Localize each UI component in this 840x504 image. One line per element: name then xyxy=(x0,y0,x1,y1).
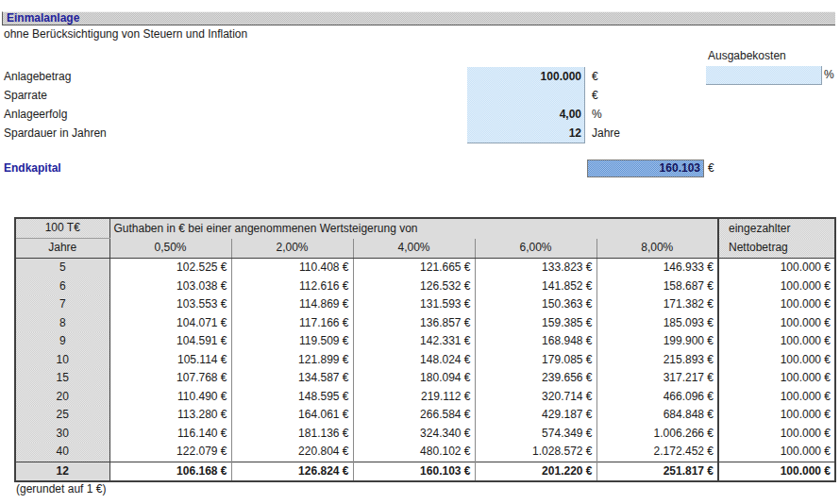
value-cell: 199.900 € xyxy=(596,332,718,351)
value-cell: 1.006.266 € xyxy=(596,425,718,444)
rate-header-cell: 6,00% xyxy=(475,239,596,259)
value-cell: 429.187 € xyxy=(475,406,596,425)
anlageerfolg-unit: % xyxy=(592,105,602,124)
year-cell: 9 xyxy=(15,332,109,351)
table-row: 25113.280 €164.061 €266.584 €429.187 €68… xyxy=(15,406,835,425)
year-cell: 5 xyxy=(15,259,109,277)
year-cell: 25 xyxy=(15,406,109,425)
year-cell: 40 xyxy=(15,443,109,462)
table-row: 30116.140 €181.136 €324.340 €574.349 €1.… xyxy=(15,425,835,444)
value-cell: 100.000 € xyxy=(718,369,835,388)
rate-header-cell: 8,00% xyxy=(596,239,718,259)
endkapital-value-cell[interactable]: 160.103 xyxy=(587,160,704,177)
table-row: 7103.553 €114.869 €131.593 €150.363 €171… xyxy=(15,295,835,314)
spreadsheet-page: { "header": { "title": "Einmalanlage", "… xyxy=(0,0,840,504)
value-cell: 574.349 € xyxy=(475,425,596,444)
net-header-cell-line2: Nettobetrag xyxy=(718,239,835,259)
value-cell: 266.584 € xyxy=(353,406,475,425)
endkapital-label: Endkapital xyxy=(4,159,61,177)
anlageerfolg-label: Anlageerfolg xyxy=(4,105,67,124)
value-cell: 251.817 € xyxy=(596,462,718,481)
year-cell: 10 xyxy=(15,351,109,370)
value-cell: 1.028.572 € xyxy=(475,443,596,462)
value-cell: 148.024 € xyxy=(353,351,475,370)
year-cell: 8 xyxy=(15,314,109,333)
rate-header-cell: 4,00% xyxy=(353,239,475,259)
value-cell: 181.136 € xyxy=(231,425,353,444)
value-cell: 106.168 € xyxy=(109,462,231,481)
table-row: 6103.038 €112.616 €126.532 €141.852 €158… xyxy=(15,277,835,296)
ausgabekosten-unit: % xyxy=(824,66,834,84)
value-cell: 180.094 € xyxy=(353,369,475,388)
span-header-cell: Guthaben in € bei einer angenommenen Wer… xyxy=(109,218,718,239)
table-header-row-1: 100 T€ Guthaben in € bei einer angenomme… xyxy=(15,218,835,239)
value-cell: 220.804 € xyxy=(231,443,353,462)
value-cell: 119.509 € xyxy=(231,332,353,351)
value-cell: 185.093 € xyxy=(596,314,718,333)
value-cell: 126.532 € xyxy=(353,277,475,296)
sparrate-unit: € xyxy=(592,86,598,105)
table-row: 10105.114 €121.899 €148.024 €179.085 €21… xyxy=(15,351,835,370)
value-cell: 171.382 € xyxy=(596,295,718,314)
value-cell: 131.593 € xyxy=(353,295,475,314)
value-cell: 141.852 € xyxy=(475,277,596,296)
year-cell: 6 xyxy=(15,277,109,296)
value-cell: 324.340 € xyxy=(353,425,475,444)
spardauer-unit: Jahre xyxy=(592,124,620,143)
table-row: 40122.079 €220.804 €480.102 €1.028.572 €… xyxy=(15,443,835,462)
value-cell: 164.061 € xyxy=(231,406,353,425)
table-body: 5102.525 €110.408 €121.665 €133.823 €146… xyxy=(15,259,835,482)
ausgabekosten-label: Ausgabekosten xyxy=(708,49,786,62)
year-cell: 12 xyxy=(15,462,109,481)
anlageerfolg-input[interactable]: 4,00 xyxy=(467,105,584,124)
spardauer-input[interactable]: 12 xyxy=(467,124,584,143)
value-cell: 142.331 € xyxy=(353,332,475,351)
value-cell: 2.172.452 € xyxy=(596,443,718,462)
value-cell: 136.857 € xyxy=(353,314,475,333)
endkapital-unit: € xyxy=(708,160,714,177)
table-row: 5102.525 €110.408 €121.665 €133.823 €146… xyxy=(15,259,835,277)
value-cell: 117.166 € xyxy=(231,314,353,333)
anlagebetrag-input[interactable]: 100.000 xyxy=(467,67,584,86)
value-cell: 146.933 € xyxy=(596,259,718,277)
ausgabekosten-input[interactable] xyxy=(706,66,822,85)
table-row: 8104.071 €117.166 €136.857 €159.385 €185… xyxy=(15,314,835,333)
net-header-cell-line1: eingezahlter xyxy=(718,218,835,239)
value-cell: 100.000 € xyxy=(718,259,835,277)
value-cell: 159.385 € xyxy=(475,314,596,333)
value-cell: 102.525 € xyxy=(109,259,231,277)
value-cell: 121.665 € xyxy=(353,259,475,277)
input-block: 100.000 4,00 12 xyxy=(467,67,585,143)
value-cell: 107.768 € xyxy=(109,369,231,388)
year-cell: 7 xyxy=(15,295,109,314)
value-cell: 100.000 € xyxy=(718,462,835,481)
value-cell: 100.000 € xyxy=(718,406,835,425)
value-cell: 100.000 € xyxy=(718,443,835,462)
value-cell: 100.000 € xyxy=(718,388,835,407)
sparrate-input[interactable] xyxy=(467,86,584,105)
spardauer-label: Spardauer in Jahren xyxy=(4,124,107,143)
anlagebetrag-unit: € xyxy=(592,67,598,86)
table-row: 20110.490 €148.595 €219.112 €320.714 €46… xyxy=(15,388,835,407)
section-title-bar: Einmalanlage xyxy=(2,11,835,25)
value-cell: 104.591 € xyxy=(109,332,231,351)
table-row: 15107.768 €134.587 €180.094 €239.656 €31… xyxy=(15,369,835,388)
value-cell: 201.220 € xyxy=(475,462,596,481)
rate-header-cell: 0,50% xyxy=(109,239,231,259)
years-header-cell: Jahre xyxy=(15,239,109,259)
value-cell: 466.096 € xyxy=(596,388,718,407)
value-cell: 100.000 € xyxy=(718,314,835,333)
value-cell: 160.103 € xyxy=(353,462,475,481)
value-cell: 100.000 € xyxy=(718,425,835,444)
value-cell: 110.408 € xyxy=(231,259,353,277)
anlagebetrag-label: Anlagebetrag xyxy=(4,67,71,86)
value-cell: 219.112 € xyxy=(353,388,475,407)
value-cell: 113.280 € xyxy=(109,406,231,425)
value-cell: 134.587 € xyxy=(231,369,353,388)
value-cell: 122.079 € xyxy=(109,443,231,462)
table-row: 9104.591 €119.509 €142.331 €168.948 €199… xyxy=(15,332,835,351)
rate-header-cell: 2,00% xyxy=(231,239,353,259)
value-cell: 317.217 € xyxy=(596,369,718,388)
value-cell: 239.656 € xyxy=(475,369,596,388)
value-cell: 148.595 € xyxy=(231,388,353,407)
